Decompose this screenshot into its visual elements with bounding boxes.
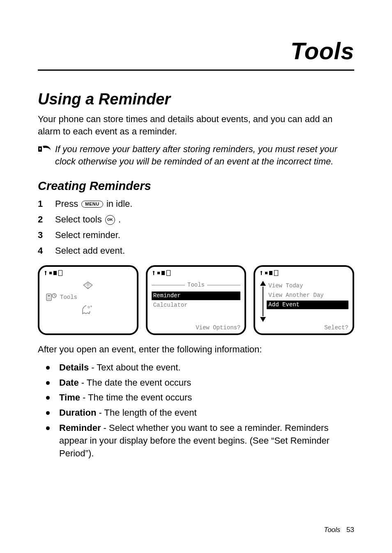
svg-rect-5	[48, 295, 50, 296]
step-3: Select reminder.	[38, 228, 354, 242]
bullet-time-desc: - The time the event occurs	[80, 392, 192, 403]
svg-rect-4	[46, 294, 51, 301]
arrow-up-icon	[260, 281, 266, 286]
page-footer: Tools 53	[324, 526, 354, 534]
svg-point-14	[91, 306, 92, 307]
step-1: Press MENU in idle.	[38, 197, 354, 211]
carousel-top-icon	[82, 281, 94, 290]
screen3-item-view-today: View Today	[267, 282, 348, 290]
battery-bar-1	[49, 272, 52, 274]
svg-point-7	[49, 298, 50, 298]
battery-bar-3	[166, 270, 171, 276]
battery-bar-3	[274, 270, 278, 276]
screen2-item-calculator: Calculator	[152, 301, 241, 310]
step-2: Select tools OK .	[38, 213, 354, 227]
screen3-softkey: Select?	[324, 324, 348, 331]
svg-rect-3	[45, 273, 46, 275]
status-bar	[152, 270, 241, 276]
menu-key-icon: MENU	[81, 201, 103, 208]
svg-point-15	[153, 271, 154, 273]
screen2-item-reminder: Reminder	[152, 292, 241, 300]
battery-bar-2	[161, 271, 165, 275]
screenshots-row: Tools Tools	[38, 265, 354, 335]
step-2-text-b: .	[118, 214, 121, 224]
scroll-indicator	[259, 278, 267, 331]
battery-bar-2	[53, 271, 57, 275]
screen2-title-text: Tools	[185, 282, 207, 288]
screen2-title: Tools	[152, 282, 241, 288]
svg-line-12	[54, 296, 55, 296]
bullet-details-term: Details	[59, 362, 89, 373]
svg-point-13	[88, 306, 90, 308]
svg-point-2	[45, 271, 46, 273]
battery-bar-3	[58, 270, 62, 276]
svg-point-6	[48, 298, 48, 298]
tools-icon	[45, 292, 57, 302]
svg-point-9	[49, 299, 50, 300]
step-4: Select add event.	[38, 244, 354, 258]
intro-paragraph: Your phone can store times and details a…	[38, 113, 354, 137]
svg-rect-18	[261, 273, 262, 275]
svg-point-8	[48, 299, 48, 300]
svg-rect-16	[153, 273, 154, 275]
bullet-details: Details - Text about the event.	[38, 361, 354, 374]
ok-key-icon: OK	[105, 215, 115, 225]
after-paragraph: After you open an event, enter the follo…	[38, 343, 354, 356]
bullet-duration: Duration - The length of the event	[38, 407, 354, 419]
chapter-title: Tools	[38, 37, 354, 71]
screen3-item-add-event: Add Event	[267, 301, 348, 309]
section-title: Using a Reminder	[38, 90, 354, 108]
footer-label: Tools	[324, 526, 340, 534]
bullet-time-term: Time	[59, 392, 80, 403]
step-2-text-a: Select tools	[55, 214, 104, 224]
step-1-text-b: in idle.	[106, 199, 133, 209]
step-1-text-a: Press	[55, 199, 81, 209]
bullet-reminder-term: Reminder	[59, 423, 101, 433]
note-text: If you remove your battery after storing…	[55, 143, 354, 167]
signal-icon	[152, 271, 156, 275]
phone-screen-2: Tools Reminder Calculator View Options?	[146, 265, 247, 335]
bullet-duration-term: Duration	[59, 407, 96, 418]
phone-screen-3: View Today View Another Day Add Event Se…	[254, 265, 354, 335]
footer-page-number: 53	[346, 526, 354, 534]
battery-bar-2	[269, 271, 272, 275]
note-icon	[38, 145, 52, 155]
signal-icon	[44, 271, 48, 275]
status-bar	[259, 270, 348, 276]
battery-bar-1	[265, 272, 267, 274]
bullet-duration-desc: - The length of the event	[96, 407, 196, 418]
bullet-date: Date - The date the event occurs	[38, 377, 354, 389]
status-bar	[44, 270, 133, 276]
arrow-down-icon	[260, 317, 266, 322]
svg-point-1	[39, 148, 41, 150]
carousel-bottom-icon	[81, 305, 95, 315]
svg-point-17	[261, 271, 262, 273]
bullet-reminder: Reminder - Select whether you want to se…	[38, 422, 354, 460]
field-list: Details - Text about the event. Date - T…	[38, 361, 354, 460]
screen3-item-view-another-day: View Another Day	[267, 291, 348, 300]
bullet-date-term: Date	[59, 377, 79, 388]
battery-bar-1	[157, 272, 160, 274]
signal-icon	[259, 271, 263, 275]
bullet-time: Time - The time the event occurs	[38, 391, 354, 404]
subsection-title: Creating Reminders	[38, 179, 354, 193]
steps-list: Press MENU in idle. Select tools OK . Se…	[38, 197, 354, 258]
phone-screen-1: Tools	[38, 265, 138, 335]
note: If you remove your battery after storing…	[38, 143, 354, 167]
screen1-tools-label: Tools	[60, 294, 77, 301]
screen2-softkey: View Options?	[196, 324, 240, 331]
bullet-date-desc: - The date the event occurs	[79, 377, 191, 388]
bullet-details-desc: - Text about the event.	[89, 362, 180, 373]
